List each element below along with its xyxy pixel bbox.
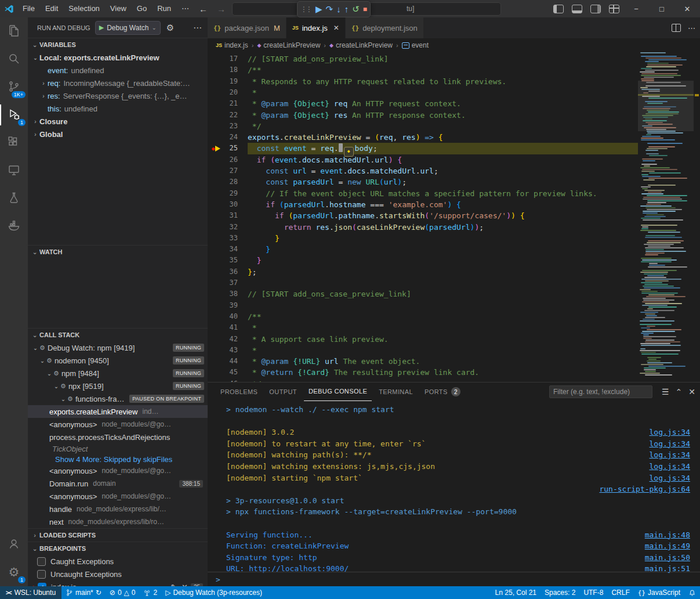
- code-line[interactable]: 42 * A support case link preview.: [208, 334, 700, 345]
- variable-row[interactable]: ⌄Local: exports.createLinkPreview: [28, 51, 208, 64]
- section-header-variables[interactable]: ⌄VARIABLES: [28, 38, 208, 51]
- line-number[interactable]: 36: [208, 266, 238, 277]
- code-line[interactable]: 21 * @param {Object} req An HTTP request…: [208, 98, 700, 109]
- stack-frame-row[interactable]: Domain.rundomain388:15: [28, 477, 208, 490]
- code-line[interactable]: 45 * @return {!Card} The resulting previ…: [208, 367, 700, 378]
- code-text[interactable]: * @param {!URL} url The event object.: [248, 356, 420, 367]
- line-number[interactable]: 24: [208, 132, 238, 143]
- panel-tab-problems[interactable]: PROBLEMS: [216, 383, 262, 401]
- line-number[interactable]: 30: [208, 199, 238, 210]
- section-header-loaded-scripts[interactable]: ›LOADED SCRIPTS: [28, 528, 208, 542]
- debug-session-row[interactable]: ⌄⚙npx [9519]RUNNING: [28, 380, 208, 392]
- menu-edit[interactable]: Edit: [40, 2, 63, 15]
- code-line[interactable]: 18/**: [208, 64, 700, 75]
- console-source-link[interactable]: log.js:34: [650, 427, 690, 438]
- code-text[interactable]: }: [248, 244, 270, 255]
- line-number[interactable]: 43: [208, 345, 238, 356]
- code-text[interactable]: * Responds to any HTTP request related t…: [248, 76, 506, 87]
- console-source-link[interactable]: log.js:34: [650, 438, 690, 450]
- minimize-button[interactable]: −: [623, 0, 649, 17]
- line-number[interactable]: 25: [208, 143, 238, 154]
- minimap-slider[interactable]: [638, 81, 694, 131]
- show-more-link[interactable]: Show 4 More: Skipped by skipFiles: [55, 455, 172, 464]
- activity-item-testing[interactable]: [0, 185, 28, 212]
- console-source-link[interactable]: log.js:34: [650, 461, 690, 472]
- stop-icon[interactable]: ■: [363, 2, 367, 17]
- tab-package.json[interactable]: {}package.jsonM: [208, 17, 286, 38]
- cursor-position-item[interactable]: Ln 25, Col 21: [491, 586, 541, 599]
- stack-frame-row[interactable]: <anonymous>node_modules/@go…: [28, 418, 208, 431]
- code-line[interactable]: 36};: [208, 266, 700, 277]
- remote-indicator[interactable]: >< WSL: Ubuntu: [0, 586, 61, 599]
- line-number[interactable]: 31: [208, 210, 238, 221]
- code-text[interactable]: // [START add_ons_case_preview_link]: [248, 288, 411, 300]
- console-source-link[interactable]: log.js:34: [650, 472, 690, 484]
- line-number[interactable]: 40: [208, 311, 238, 322]
- minimap[interactable]: [638, 52, 694, 382]
- debug-config-dropdown[interactable]: ▶ Debug Watch ⌄: [95, 21, 161, 35]
- console-source-link[interactable]: log.js:34: [650, 449, 690, 461]
- line-number[interactable]: 42: [208, 334, 238, 345]
- console-source-link[interactable]: run-script-pkg.js:64: [599, 483, 690, 495]
- editor-more-actions-icon[interactable]: ⋯: [688, 24, 695, 33]
- code-line[interactable]: 27 const url = event.docs.matchedUrl.url…: [208, 165, 700, 176]
- activity-item-extensions[interactable]: [0, 129, 28, 157]
- git-branch-item[interactable]: main* ↻: [61, 586, 106, 599]
- step-over-icon[interactable]: ↷: [326, 2, 333, 17]
- activity-item-source-control[interactable]: 1K+: [0, 73, 28, 101]
- stack-frame-row[interactable]: Show 4 More: Skipped by skipFiles: [28, 454, 208, 464]
- debug-session-row[interactable]: ⌄⚙functions-fra…PAUSED ON BREAKPOINT: [28, 392, 208, 405]
- debug-session-row[interactable]: ⌄⚙npm [9484]RUNNING: [28, 367, 208, 380]
- code-line[interactable]: 22 * @param {Object} res An HTTP respons…: [208, 110, 700, 121]
- indentation-item[interactable]: Spaces: 2: [541, 586, 579, 599]
- debug-session-row[interactable]: ⌄⚙Debug Watch: npm [9419]RUNNING: [28, 341, 208, 354]
- panel-tab-debug-console[interactable]: DEBUG CONSOLE: [304, 383, 372, 401]
- encoding-item[interactable]: UTF-8: [579, 586, 607, 599]
- code-line[interactable]: 17// [START add_ons_preview_link]: [208, 53, 700, 64]
- code-line[interactable]: 31 if (parsedUrl.pathname.startsWith('/s…: [208, 210, 700, 221]
- language-mode-item[interactable]: {} JavaScript: [634, 586, 684, 599]
- back-arrow[interactable]: ←: [194, 4, 212, 14]
- variable-row[interactable]: this:undefined: [28, 102, 208, 115]
- activity-item-remote-explorer[interactable]: [0, 157, 28, 185]
- panel-tab-terminal[interactable]: TERMINAL: [374, 383, 418, 401]
- variable-row[interactable]: ›req:IncomingMessage {_readableState:…: [28, 77, 208, 89]
- code-line[interactable]: 20 *: [208, 87, 700, 98]
- sidebar-more-actions-icon[interactable]: ⋯: [193, 23, 202, 33]
- code-text[interactable]: };: [248, 266, 257, 277]
- close-tab-icon[interactable]: ✕: [333, 24, 339, 32]
- panel-tab-output[interactable]: OUTPUT: [264, 383, 302, 401]
- notifications-item[interactable]: [684, 586, 700, 599]
- code-line[interactable]: 24exports.createLinkPreview = (req, res)…: [208, 132, 700, 143]
- panel-tab-ports[interactable]: PORTS2: [420, 383, 465, 401]
- eol-item[interactable]: CRLF: [607, 586, 633, 599]
- code-text[interactable]: exports.createLinkPreview = (req, res) =…: [248, 132, 443, 143]
- debug-settings-gear-icon[interactable]: ⚙: [166, 23, 174, 33]
- split-editor-icon[interactable]: [672, 24, 681, 32]
- menu-go[interactable]: Go: [132, 2, 152, 15]
- stack-frame-row[interactable]: <anonymous>node_modules/@go…: [28, 464, 208, 477]
- code-text[interactable]: const url = event.docs.matchedUrl.url;: [248, 165, 438, 176]
- activity-item-docker[interactable]: [0, 212, 28, 240]
- tab-index.js[interactable]: JSindex.js✕: [286, 17, 346, 38]
- activity-item-explorer[interactable]: [0, 17, 28, 45]
- line-number[interactable]: 35: [208, 255, 238, 266]
- code-text[interactable]: *: [248, 345, 257, 356]
- section-header-call-stack[interactable]: ⌄CALL STACK: [28, 328, 208, 341]
- breakpoint-row[interactable]: Uncaught Exceptions: [28, 568, 208, 580]
- stack-frame-row[interactable]: <anonymous>node_modules/@go…: [28, 490, 208, 503]
- code-text[interactable]: }: [248, 255, 261, 266]
- problems-item[interactable]: ⊘ 0 △ 0: [106, 586, 140, 599]
- breadcrumb-item[interactable]: event: [402, 41, 429, 49]
- breakpoint-row[interactable]: Caught Exceptions: [28, 555, 208, 568]
- code-line[interactable]: 38// [START add_ons_case_preview_link]: [208, 288, 700, 300]
- line-number[interactable]: 29: [208, 188, 238, 199]
- code-line[interactable]: 26 if (event.docs.matchedUrl.url) {: [208, 154, 700, 165]
- line-number[interactable]: 39: [208, 300, 238, 311]
- code-line[interactable]: 28 const parsedUrl = new URL(url);: [208, 176, 700, 187]
- line-number[interactable]: 18: [208, 64, 238, 75]
- code-text[interactable]: *: [248, 322, 257, 333]
- toggle-panel-icon[interactable]: [572, 5, 582, 13]
- code-text[interactable]: * @param {Object} res An HTTP response c…: [248, 110, 466, 121]
- stack-frame-row[interactable]: nextnode_modules/express/lib/ro…: [28, 515, 208, 528]
